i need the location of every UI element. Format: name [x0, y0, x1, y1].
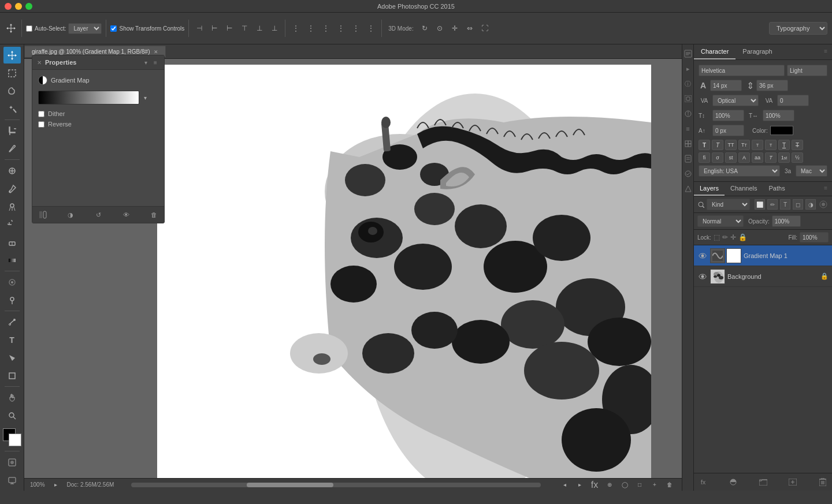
shape-tool-button[interactable] [3, 367, 21, 384]
eraser-tool-button[interactable] [3, 234, 21, 251]
filter-toggle-button[interactable] [818, 199, 829, 210]
gradient-preview[interactable] [38, 91, 139, 104]
create-new-fill-icon[interactable]: ⊕ [603, 479, 616, 491]
workspace-selector[interactable]: Typography Essentials Photography [769, 22, 827, 35]
lock-all-icon[interactable]: 🔒 [738, 233, 747, 241]
dodge-tool-button[interactable] [3, 292, 21, 308]
right-icon-5[interactable] [683, 107, 693, 121]
char-panel-menu[interactable]: ≡ [819, 44, 832, 59]
background-color[interactable] [9, 434, 21, 446]
3d-slide-icon[interactable]: ⇔ [463, 22, 476, 35]
scroll-thumb-h[interactable] [247, 483, 333, 487]
opacity-input[interactable] [772, 215, 801, 227]
lock-pixels-icon[interactable]: ✏ [722, 233, 728, 241]
new-layer-button[interactable] [786, 476, 799, 488]
move-tool-button[interactable] [3, 47, 21, 64]
status-arrow-left-icon[interactable]: ◂ [558, 479, 571, 491]
text-tool-button[interactable]: T [3, 331, 21, 348]
eyedropper-tool-button[interactable] [3, 140, 21, 157]
auto-select-checkbox[interactable]: Auto-Select: [26, 25, 66, 32]
tab-character[interactable]: Character [694, 44, 736, 59]
hand-tool-button[interactable] [3, 389, 21, 406]
tab-paths[interactable]: Paths [763, 182, 791, 196]
new-adj-layer-button[interactable]: 👁 [120, 209, 132, 221]
strikethrough-button[interactable]: T [792, 140, 803, 150]
distribute-center-v-icon[interactable]: ⋮ [350, 22, 362, 35]
3d-roll-icon[interactable]: ⊙ [433, 22, 446, 35]
tab-channels[interactable]: Channels [725, 182, 763, 196]
close-button[interactable] [5, 3, 12, 10]
dither-checkbox[interactable] [38, 111, 44, 117]
right-icon-1[interactable] [683, 47, 693, 61]
history-tool-button[interactable] [3, 216, 21, 233]
path-select-tool-button[interactable] [3, 349, 21, 366]
ligature-fl-button[interactable]: σ [712, 152, 723, 163]
layers-panel-menu[interactable]: ≡ [819, 182, 832, 196]
swash-button[interactable]: T [765, 152, 777, 163]
panel-collapse-button[interactable]: ▾ [142, 59, 150, 66]
create-clipping-button[interactable]: ◑ [65, 209, 76, 221]
delete-layer-icon[interactable]: 🗑 [663, 479, 676, 491]
right-icon-8[interactable] [683, 152, 693, 166]
auto-select-input[interactable] [26, 25, 32, 32]
layer-filter-select[interactable]: Kind Name Effect Mode Attribute Color [707, 199, 750, 210]
font-style-input[interactable] [787, 65, 827, 76]
lock-position-icon[interactable]: ✛ [730, 233, 736, 241]
leading-input[interactable] [756, 80, 788, 91]
baseline-input[interactable] [712, 125, 744, 136]
layer-fx-button[interactable]: fx [697, 476, 710, 488]
stylistic-alt-button[interactable]: A [738, 152, 750, 163]
delete-layer-button[interactable] [816, 476, 829, 488]
right-icon-9[interactable] [683, 167, 693, 181]
superscript-button[interactable]: T [752, 140, 763, 150]
screen-mode-button[interactable] [3, 472, 21, 488]
distribute-top-icon[interactable]: ⋮ [335, 22, 347, 35]
layer-visibility-background[interactable] [697, 271, 708, 282]
distribute-bottom-icon[interactable]: ⋮ [365, 22, 377, 35]
font-size-input[interactable] [710, 80, 742, 91]
zoom-tool-button[interactable] [3, 407, 21, 424]
dither-checkbox-row[interactable]: Dither [38, 110, 158, 117]
scale-h-input[interactable] [763, 110, 794, 121]
italic-button[interactable]: T [712, 140, 723, 150]
table-row[interactable]: Gradient Map 1 [694, 245, 832, 266]
ordinal-button[interactable]: aa [752, 152, 763, 163]
magic-wand-tool-button[interactable] [3, 100, 21, 117]
lock-transparent-icon[interactable]: ⬚ [714, 233, 720, 241]
tab-layers[interactable]: Layers [694, 182, 725, 196]
tab-paragraph[interactable]: Paragraph [736, 44, 779, 59]
gradient-tool-button[interactable] [3, 252, 21, 268]
old-style-button[interactable]: st [725, 152, 737, 163]
table-row[interactable]: Background 🔒 [694, 266, 832, 287]
show-transform-input[interactable] [110, 25, 117, 32]
font-family-input[interactable] [699, 65, 785, 76]
layer-mask-icon[interactable]: ◯ [618, 479, 631, 491]
3d-pan-icon[interactable]: ✛ [448, 22, 461, 35]
tab-close-icon[interactable]: ✕ [154, 49, 158, 55]
move-tool-icon[interactable] [5, 22, 17, 35]
new-group-button[interactable] [757, 476, 770, 488]
3d-rotate-icon[interactable]: ↻ [418, 22, 431, 35]
distribute-right-icon[interactable]: ⋮ [320, 22, 332, 35]
bold-button[interactable]: T [699, 140, 710, 150]
distribute-left-icon[interactable]: ⋮ [289, 22, 302, 35]
reverse-checkbox-row[interactable]: Reverse [38, 121, 158, 128]
align-center-v-icon[interactable]: ⊥ [253, 22, 266, 35]
right-icon-6[interactable]: ≡ [683, 122, 693, 136]
create-fx-button[interactable]: ↺ [92, 209, 104, 221]
quick-mask-button[interactable] [3, 454, 21, 471]
blend-mode-select[interactable]: Normal Multiply Screen Overlay [697, 215, 744, 227]
all-caps-button[interactable]: TT [725, 140, 737, 150]
underline-button[interactable]: T [778, 140, 790, 150]
canvas-wrapper[interactable]: ✕ Properties ▾ ≡ Gradient Map [24, 59, 682, 478]
align-center-h-icon[interactable]: ⊢ [208, 22, 221, 35]
panel-menu-button[interactable]: ≡ [151, 59, 159, 66]
align-right-icon[interactable]: ⊢ [223, 22, 236, 35]
small-caps-button[interactable]: TT [738, 140, 750, 150]
titling-button[interactable]: 1st [778, 152, 790, 163]
kerning-input[interactable] [777, 95, 809, 106]
anti-alias-select[interactable]: Mac Windows None Sharp Crisp Strong Smoo… [796, 165, 827, 177]
effects-icon[interactable]: fx [588, 479, 601, 491]
create-fill-layer-button[interactable] [727, 476, 740, 488]
right-icon-2[interactable]: ▸ [683, 62, 693, 76]
